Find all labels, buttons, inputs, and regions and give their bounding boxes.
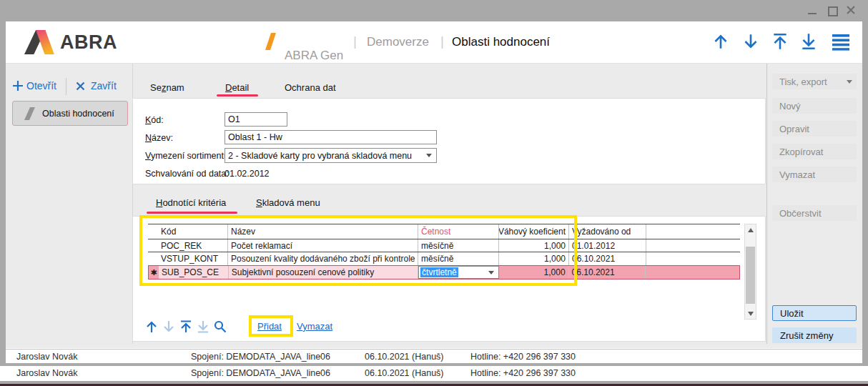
scroll-down-icon[interactable] xyxy=(745,308,756,319)
table-scrollbar[interactable] xyxy=(744,224,756,320)
divider xyxy=(66,78,66,95)
plus-icon[interactable] xyxy=(12,80,24,91)
cell-nazev: Posouzení kvality dodávaného zboží při k… xyxy=(228,252,418,265)
breadcrumb-separator: | xyxy=(440,34,444,49)
menu-icon[interactable] xyxy=(832,32,850,51)
tab-detail[interactable]: Detail xyxy=(225,82,249,93)
cell-cetnost: měsíčně xyxy=(418,239,499,252)
cell-vyzadovano-od: 06.10.2021 xyxy=(569,252,646,265)
move-last-icon[interactable] xyxy=(799,32,818,51)
delete-row-link[interactable]: Vymazat xyxy=(297,321,332,332)
chevron-down-icon xyxy=(847,80,852,84)
column-header-koeficient[interactable]: Váhový koeficient xyxy=(499,224,569,239)
search-icon[interactable] xyxy=(213,320,227,334)
sortiment-label: Vymezení sortimentu: xyxy=(145,151,231,161)
status-user: Jaroslav Novák xyxy=(16,368,77,378)
row-marker xyxy=(148,239,158,252)
status-bar-secondary: Jaroslav Novák Spojení: DEMODATA_JAVA_li… xyxy=(0,366,868,381)
chevron-down-icon[interactable] xyxy=(488,271,494,274)
table-header-row: Kód Název Četnost Váhový koeficient Vyža… xyxy=(148,224,740,239)
cell-kod: VSTUP_KONT xyxy=(158,252,228,265)
cell-nazev: Počet reklamací xyxy=(228,239,418,252)
maximize-icon[interactable] xyxy=(827,4,838,16)
chevron-down-icon xyxy=(426,154,432,157)
new-button[interactable]: Nový xyxy=(772,98,857,114)
close-icon[interactable] xyxy=(845,4,857,16)
nazev-label: Název: xyxy=(145,133,173,143)
edit-button[interactable]: Opravit xyxy=(772,121,857,137)
move-first-icon[interactable] xyxy=(771,32,789,51)
status-date: 06.10.2021 (Hanuš) xyxy=(365,368,444,378)
row-header-cell xyxy=(148,224,158,239)
status-connection: Spojení: DEMODATA_JAVA_line06 xyxy=(191,368,330,378)
status-connection: Spojení: DEMODATA_JAVA_line06 xyxy=(191,352,330,362)
sidebar-item-oblasti-hodnoceni[interactable]: Oblasti hodnocení xyxy=(12,101,128,126)
row-move-down-icon[interactable] xyxy=(162,320,176,334)
sidebar-item-label: Oblasti hodnocení xyxy=(42,109,114,119)
kod-input[interactable] xyxy=(225,112,287,127)
sortiment-select[interactable]: 2 - Skladové karty pro vybraná skladová … xyxy=(225,148,437,163)
close-button[interactable]: Zavřít xyxy=(91,80,117,91)
scroll-up-icon[interactable] xyxy=(745,224,756,235)
detail-form: Kód: Název: Vymezení sortimentu: 2 - Skl… xyxy=(132,98,766,184)
nazev-input[interactable] xyxy=(225,130,437,144)
row-marker: ✱ xyxy=(149,266,159,279)
close-tab-icon[interactable] xyxy=(76,81,85,91)
print-export-label: Tisk, export xyxy=(779,76,827,87)
page-title: Oblasti hodnocení xyxy=(452,35,550,49)
move-down-icon[interactable] xyxy=(741,32,760,51)
cell-kod: POC_REK xyxy=(158,239,228,252)
column-header-cetnost[interactable]: Četnost xyxy=(418,224,499,239)
agenda-slash-icon xyxy=(24,107,35,120)
tab-seznam[interactable]: Seznam xyxy=(150,82,184,93)
app-window: ABRA ABRA Gen | Demoverze | Oblasti hodn… xyxy=(0,0,868,386)
table-row[interactable]: VSTUP_KONT Posouzení kvality dodávaného … xyxy=(148,252,740,265)
cell-koeficient: 1,000 xyxy=(499,239,569,252)
save-button[interactable]: Uložit xyxy=(772,305,857,321)
copy-button[interactable]: Zkopírovat xyxy=(772,144,857,159)
refresh-button[interactable]: Občerstvit xyxy=(772,205,857,221)
cell-empty xyxy=(646,239,740,252)
cell-kod: SUB_POS_CE xyxy=(159,266,229,279)
minimize-icon[interactable] xyxy=(807,4,818,16)
status-hotline: Hotline: +420 296 397 330 xyxy=(470,368,576,378)
table-row-selected[interactable]: ✱ SUB_POS_CE Subjektivní posouzení cenov… xyxy=(148,265,740,279)
tab-skladova-menu[interactable]: Skladová menu xyxy=(256,197,320,208)
open-button[interactable]: Otevřít xyxy=(26,80,56,91)
table-row[interactable]: POC_REK Počet reklamací měsíčně 1,000 01… xyxy=(148,239,740,252)
move-up-icon[interactable] xyxy=(711,32,730,51)
tab-ochrana-dat[interactable]: Ochrana dat xyxy=(285,82,336,93)
cell-vyzadovano-od: 06.10.2021 xyxy=(569,266,646,279)
active-tab-underline xyxy=(217,94,258,96)
breadcrumb-separator: | xyxy=(353,34,357,49)
approval-date-value: 01.02.2012 xyxy=(225,169,270,179)
cell-vyzadovano-od: 01.01.2012 xyxy=(569,239,646,252)
delete-button[interactable]: Vymazat xyxy=(772,167,857,182)
column-header-nazev[interactable]: Název xyxy=(228,224,418,239)
divider xyxy=(766,64,767,344)
cell-empty xyxy=(646,266,739,279)
breadcrumb-environment: Demoverze xyxy=(367,35,429,49)
main-window: ABRA ABRA Gen | Demoverze | Oblasti hodn… xyxy=(6,21,862,362)
cell-nazev: Subjektivní posouzení cenové politiky xyxy=(229,266,418,279)
abra-logo: ABRA xyxy=(20,29,117,56)
cetnost-editor-value: čtvrtletně xyxy=(420,267,458,277)
tab-hodnotici-kriteria[interactable]: Hodnotící kritéria xyxy=(156,197,226,208)
row-marker xyxy=(148,252,158,265)
status-user: Jaroslav Novák xyxy=(16,352,77,362)
print-export-button[interactable]: Tisk, export xyxy=(772,74,857,89)
status-bar: Jaroslav Novák Spojení: DEMODATA_JAVA_li… xyxy=(6,349,862,363)
row-move-last-icon[interactable] xyxy=(196,320,210,334)
column-header-vyzadovano-od[interactable]: Vyžadováno od xyxy=(569,224,646,239)
column-header-kod[interactable]: Kód xyxy=(158,224,228,239)
row-move-first-icon[interactable] xyxy=(179,320,193,334)
cell-cetnost: měsíčně xyxy=(418,252,499,265)
scrollbar-thumb[interactable] xyxy=(746,247,755,304)
active-subtab-underline xyxy=(147,212,237,214)
app-slash-icon xyxy=(265,33,276,50)
content-area: Otevřít Zavřít Oblasti hodnocení Seznam … xyxy=(6,64,862,348)
add-row-link[interactable]: Přidat xyxy=(257,321,282,332)
cancel-changes-button[interactable]: Zrušit změny xyxy=(772,327,857,343)
cetnost-editor[interactable]: čtvrtletně xyxy=(418,266,499,279)
row-move-up-icon[interactable] xyxy=(144,320,159,334)
